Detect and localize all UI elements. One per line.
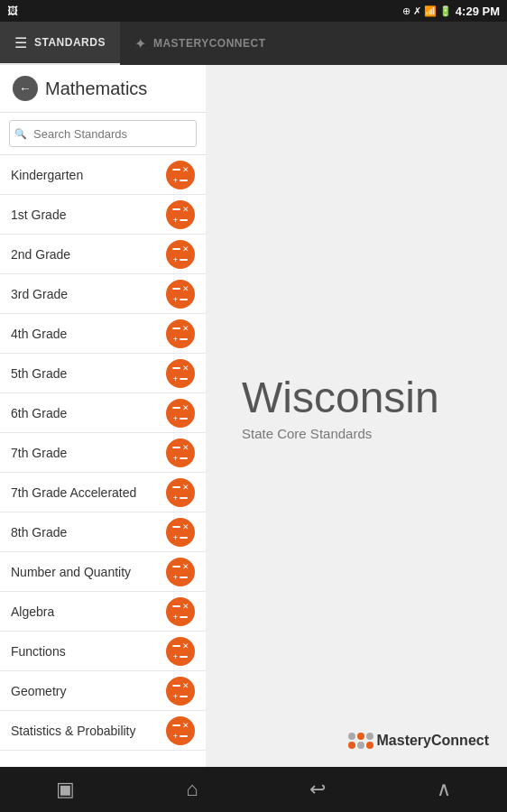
app-icon: 🖼 xyxy=(7,5,18,17)
list-item-number-quantity[interactable]: Number and Quantity ✕ + xyxy=(0,552,206,592)
list-item-functions[interactable]: Functions ✕ + xyxy=(0,632,206,671)
tab-masteryconnect[interactable]: ✦ MASTERYCONNECT xyxy=(120,22,281,65)
algebra-add-btn[interactable]: ✕ + xyxy=(166,597,195,626)
add-icon: ✕ + xyxy=(172,562,189,582)
functions-label: Functions xyxy=(11,644,66,659)
back-nav-icon: ↩ xyxy=(309,778,326,801)
1st-grade-add-btn[interactable]: ✕ + xyxy=(166,200,195,229)
add-icon: ✕ + xyxy=(172,403,189,423)
6th-grade-add-btn[interactable]: ✕ + xyxy=(166,399,195,428)
add-icon: ✕ + xyxy=(172,324,189,344)
list-item-geometry[interactable]: Geometry ✕ + xyxy=(0,671,206,711)
recent-apps-button[interactable]: ▣ xyxy=(56,778,75,801)
add-icon: ✕ + xyxy=(172,284,189,304)
right-panel: Wisconsin State Core Standards MasteryCo… xyxy=(206,65,507,767)
1st-grade-label: 1st Grade xyxy=(11,208,66,222)
3rd-grade-add-btn[interactable]: ✕ + xyxy=(166,280,195,309)
wisconsin-title: Wisconsin xyxy=(242,374,439,422)
list-item-2nd-grade[interactable]: 2nd Grade ✕ + xyxy=(0,235,206,274)
battery-icon: 🔋 xyxy=(439,5,452,17)
7th-grade-accelerated-add-btn[interactable]: ✕ + xyxy=(166,478,195,507)
list-item-7th-grade[interactable]: 7th Grade ✕ + xyxy=(0,433,206,473)
3rd-grade-label: 3rd Grade xyxy=(11,287,68,301)
8th-grade-label: 8th Grade xyxy=(11,525,67,540)
geometry-add-btn[interactable]: ✕ + xyxy=(166,677,195,706)
status-time: 4:29 PM xyxy=(456,5,500,18)
logo-dot-3 xyxy=(366,733,373,740)
kindergarten-add-btn[interactable]: ✕ + xyxy=(166,161,195,189)
list-item-3rd-grade[interactable]: 3rd Grade ✕ + xyxy=(0,274,206,314)
add-icon: ✕ + xyxy=(172,681,189,701)
bottom-nav: ▣ ⌂ ↩ ∧ xyxy=(0,767,507,812)
kindergarten-label: Kindergarten xyxy=(11,168,83,182)
8th-grade-add-btn[interactable]: ✕ + xyxy=(166,518,195,547)
add-icon: ✕ + xyxy=(172,364,189,383)
tab-bar: ☰ STANDARDS ✦ MASTERYCONNECT xyxy=(0,22,507,65)
logo-dot-5 xyxy=(357,742,364,749)
add-icon: ✕ + xyxy=(172,165,189,185)
home-icon: ⌂ xyxy=(186,778,198,801)
sidebar: ← Mathematics Kindergarten ✕ + 1st Grade xyxy=(0,65,206,767)
masteryconnect-logo: MasteryConnect xyxy=(348,733,489,749)
list-item-6th-grade[interactable]: 6th Grade ✕ + xyxy=(0,393,206,433)
tab-standards[interactable]: ☰ STANDARDS xyxy=(0,22,120,65)
add-icon: ✕ + xyxy=(172,443,189,463)
list-item-statistics-probability[interactable]: Statistics & Probability ✕ + xyxy=(0,711,206,751)
tab-masteryconnect-label: MASTERYCONNECT xyxy=(153,37,266,50)
status-bar-right: ⊕ ✗ 📶 🔋 4:29 PM xyxy=(402,5,500,18)
4th-grade-add-btn[interactable]: ✕ + xyxy=(166,319,195,348)
add-icon: ✕ + xyxy=(172,641,189,661)
up-button[interactable]: ∧ xyxy=(437,778,451,801)
back-nav-button[interactable]: ↩ xyxy=(309,778,326,801)
status-bar: 🖼 ⊕ ✗ 📶 🔋 4:29 PM xyxy=(0,0,507,22)
search-input[interactable] xyxy=(9,120,197,147)
2nd-grade-label: 2nd Grade xyxy=(11,247,70,262)
list-item-8th-grade[interactable]: 8th Grade ✕ + xyxy=(0,512,206,552)
list-item-kindergarten[interactable]: Kindergarten ✕ + xyxy=(0,155,206,195)
add-icon: ✕ + xyxy=(172,721,189,741)
logo-dots xyxy=(348,733,373,749)
main-content: ← Mathematics Kindergarten ✕ + 1st Grade xyxy=(0,65,507,767)
functions-add-btn[interactable]: ✕ + xyxy=(166,637,195,666)
geometry-label: Geometry xyxy=(11,684,66,698)
alarm-icon: ⊕ xyxy=(402,5,410,17)
back-button[interactable]: ← xyxy=(13,76,38,101)
algebra-label: Algebra xyxy=(11,604,54,619)
add-icon: ✕ + xyxy=(172,205,189,225)
back-arrow-icon: ← xyxy=(19,81,32,96)
sidebar-header: ← Mathematics xyxy=(0,65,206,113)
recent-apps-icon: ▣ xyxy=(56,778,75,801)
list-item-algebra[interactable]: Algebra ✕ + xyxy=(0,592,206,632)
list-item-5th-grade[interactable]: 5th Grade ✕ + xyxy=(0,354,206,393)
logo-dot-6 xyxy=(366,742,373,749)
4th-grade-label: 4th Grade xyxy=(11,327,67,341)
standards-icon: ☰ xyxy=(14,34,27,51)
sidebar-title: Mathematics xyxy=(45,78,147,99)
6th-grade-label: 6th Grade xyxy=(11,406,67,420)
search-wrapper xyxy=(9,120,197,147)
add-icon: ✕ + xyxy=(172,602,189,622)
7th-grade-accelerated-label: 7th Grade Accelerated xyxy=(11,485,136,500)
add-icon: ✕ + xyxy=(172,483,189,503)
7th-grade-add-btn[interactable]: ✕ + xyxy=(166,438,195,467)
tab-standards-label: STANDARDS xyxy=(34,36,106,49)
number-quantity-add-btn[interactable]: ✕ + xyxy=(166,558,195,586)
logo-dot-2 xyxy=(357,733,364,740)
right-panel-content: Wisconsin State Core Standards xyxy=(224,83,489,733)
status-bar-left: 🖼 xyxy=(7,5,21,17)
5th-grade-add-btn[interactable]: ✕ + xyxy=(166,359,195,388)
2nd-grade-add-btn[interactable]: ✕ + xyxy=(166,240,195,269)
add-icon: ✕ + xyxy=(172,245,189,264)
statistics-probability-add-btn[interactable]: ✕ + xyxy=(166,716,195,745)
home-button[interactable]: ⌂ xyxy=(186,778,198,801)
5th-grade-label: 5th Grade xyxy=(11,366,67,381)
list-item-4th-grade[interactable]: 4th Grade ✕ + xyxy=(0,314,206,354)
logo-mastery: Mastery xyxy=(377,733,431,748)
masteryconnect-icon: ✦ xyxy=(134,35,146,52)
wifi-icon: 📶 xyxy=(424,5,437,17)
search-container xyxy=(0,113,206,155)
logo-text: MasteryConnect xyxy=(377,733,489,749)
logo-dot-1 xyxy=(348,733,355,740)
list-item-7th-grade-accelerated[interactable]: 7th Grade Accelerated ✕ + xyxy=(0,473,206,512)
list-item-1st-grade[interactable]: 1st Grade ✕ + xyxy=(0,195,206,235)
